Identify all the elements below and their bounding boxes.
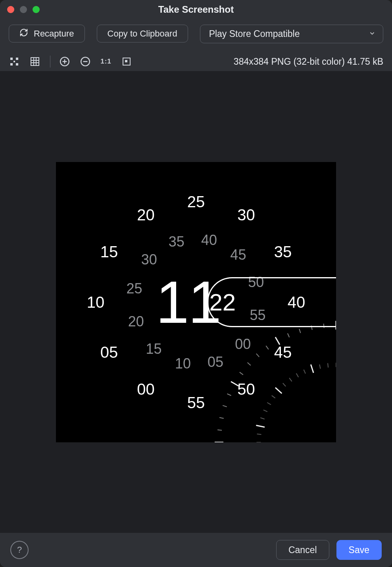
inner-ring-label: 20 — [128, 313, 144, 330]
inner-ring-label: 45 — [230, 247, 246, 263]
save-button[interactable]: Save — [336, 540, 382, 560]
svg-rect-4 — [13, 61, 15, 62]
preview-toolbar: 1:1 384x384 PNG (32-bit color) 41.75 kB — [0, 52, 392, 71]
svg-rect-3 — [16, 63, 18, 66]
recapture-button[interactable]: Recapture — [9, 25, 85, 42]
help-button[interactable]: ? — [10, 541, 29, 559]
footer: ? Cancel Save — [0, 533, 392, 567]
zoom-in-icon[interactable] — [59, 56, 70, 67]
zoom-window-button[interactable] — [33, 6, 40, 13]
inner-ring-label: 40 — [201, 232, 217, 249]
outer-ring-label: 00 — [137, 380, 155, 398]
recapture-label: Recapture — [34, 29, 74, 39]
outer-ring-label: 05 — [100, 343, 118, 361]
inner-ring-label: 25 — [126, 280, 142, 297]
outer-ring-label: 55 — [187, 393, 205, 411]
preview-area: 0005101520253035404550550005101520253035… — [0, 71, 392, 533]
save-label: Save — [349, 545, 369, 555]
format-select-value: Play Store Compatible — [209, 29, 300, 39]
window-title: Take Screenshot — [0, 4, 392, 15]
outer-ring-label: 45 — [274, 343, 292, 361]
screenshot-dialog: Take Screenshot Recapture Copy to Clipbo… — [0, 0, 392, 567]
separator — [50, 56, 50, 68]
image-metadata: 384x384 PNG (32-bit color) 41.75 kB — [234, 56, 383, 67]
grid-icon[interactable] — [29, 56, 40, 67]
inner-ring-label: 15 — [146, 341, 162, 357]
outer-ring-label: 10 — [87, 293, 105, 311]
zoom-out-icon[interactable] — [80, 56, 91, 67]
inner-ring-label: 05 — [208, 354, 223, 370]
copy-label: Copy to Clipboard — [108, 29, 177, 39]
outer-ring-label: 30 — [237, 206, 255, 224]
outer-ring-label: 15 — [100, 243, 118, 261]
screenshot-preview: 0005101520253035404550550005101520253035… — [56, 162, 336, 442]
cancel-label: Cancel — [288, 545, 317, 555]
close-window-button[interactable] — [7, 6, 14, 13]
inner-ring-label: 10 — [175, 355, 191, 372]
minimize-window-button[interactable] — [20, 6, 27, 13]
inner-ring-label: 30 — [141, 251, 157, 268]
refresh-icon — [19, 28, 28, 39]
titlebar: Take Screenshot — [0, 0, 392, 19]
cancel-button[interactable]: Cancel — [276, 540, 329, 560]
outer-ring-label: 50 — [237, 380, 255, 398]
svg-rect-2 — [10, 63, 13, 66]
chevron-down-icon — [369, 29, 376, 39]
svg-rect-0 — [10, 58, 13, 60]
actual-size-icon[interactable]: 1:1 — [100, 56, 111, 67]
window-controls — [7, 6, 40, 13]
outer-ring-label: 25 — [187, 193, 205, 210]
frame-icon[interactable] — [121, 56, 132, 67]
copy-to-clipboard-button[interactable]: Copy to Clipboard — [97, 25, 188, 42]
inner-ring-label: 00 — [235, 336, 251, 353]
format-select[interactable]: Play Store Compatible — [200, 25, 383, 43]
fit-icon[interactable] — [9, 56, 20, 67]
action-toolbar: Recapture Copy to Clipboard Play Store C… — [0, 19, 392, 52]
outer-ring-label: 20 — [137, 206, 155, 224]
svg-rect-1 — [16, 58, 18, 60]
outer-ring-label: 35 — [274, 243, 292, 261]
minute-display: 22 — [209, 288, 236, 316]
svg-rect-16 — [125, 60, 127, 62]
svg-rect-5 — [31, 58, 39, 66]
inner-ring-label: 35 — [169, 233, 184, 250]
